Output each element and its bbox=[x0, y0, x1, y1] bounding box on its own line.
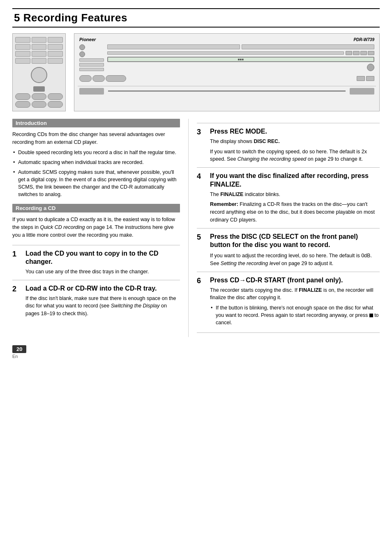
step-5: 5 Press the DISC (CD SELECT on the front… bbox=[197, 233, 380, 268]
remote-top-buttons bbox=[15, 37, 63, 64]
step-1-content: Load the CD you want to copy in to the C… bbox=[25, 249, 180, 276]
intro-bullets: Double speed recording lets you record a… bbox=[12, 149, 180, 199]
recording-cd-text: If you want to duplicate a CD exactly as… bbox=[12, 216, 180, 239]
intro-body: Recording CDs from the disc changer has … bbox=[12, 131, 180, 198]
step-1-title: Load the CD you want to copy in to the C… bbox=[25, 249, 180, 267]
intro-bullet-2: Automatic spacing when individual tracks… bbox=[12, 159, 180, 166]
step-3-content: Press REC MODE. The display shows DISC R… bbox=[210, 127, 380, 163]
step-2-number: 2 bbox=[12, 284, 21, 318]
left-column: Introduction Recording CDs from the disc… bbox=[12, 119, 189, 337]
stop-symbol bbox=[369, 314, 373, 317]
device-brand-row: Pioneer PDR-W739 bbox=[78, 37, 376, 42]
cd-recorder-image: Pioneer PDR-W739 bbox=[74, 33, 380, 111]
page-number-area: 20 En bbox=[12, 345, 380, 359]
step-4-number: 4 bbox=[197, 172, 205, 224]
step-6-body: The recorder starts copying the disc. If… bbox=[210, 286, 380, 302]
step-2-body: If the disc isn't blank, make sure that … bbox=[25, 295, 180, 318]
step-2-content: Load a CD-R or CD-RW into the CD-R tray.… bbox=[25, 284, 180, 318]
step-5-body: If you want to adjust the recording leve… bbox=[210, 252, 380, 268]
step-3-subtitle: The display shows DISC REC. bbox=[210, 138, 380, 145]
intro-bullet-1: Double speed recording lets you record a… bbox=[12, 149, 180, 156]
remote-circle-control bbox=[31, 67, 47, 83]
device-image-area: Pioneer PDR-W739 bbox=[12, 33, 380, 111]
step-1: 1 Load the CD you want to copy in to the… bbox=[12, 249, 180, 276]
right-column: 3 Press REC MODE. The display shows DISC… bbox=[189, 119, 380, 337]
step-4-content: If you want the disc finalized after rec… bbox=[210, 172, 380, 224]
remote-control-image bbox=[12, 33, 66, 111]
intro-bullet-3: Automatic SCMS copying makes sure that, … bbox=[12, 169, 180, 199]
step-3-body: If you want to switch the copying speed,… bbox=[210, 148, 380, 164]
intro-section-header: Introduction bbox=[12, 119, 180, 127]
step-4: 4 If you want the disc finalized after r… bbox=[197, 172, 380, 224]
step-1-number: 1 bbox=[12, 249, 21, 276]
step-2-title: Load a CD-R or CD-RW into the CD-R tray. bbox=[25, 284, 180, 293]
step-3-number: 3 bbox=[197, 127, 205, 163]
recording-cd-body: If you want to duplicate a CD exactly as… bbox=[12, 216, 180, 239]
divider-r1 bbox=[197, 167, 380, 168]
step-4-title: If you want the disc finalized after rec… bbox=[210, 172, 380, 189]
divider-r3 bbox=[197, 272, 380, 272]
divider-r0 bbox=[197, 123, 380, 123]
step-6-content: Press CD→CD-R START (front panel only). … bbox=[210, 276, 380, 329]
device-model: PDR-W739 bbox=[353, 37, 374, 42]
remote-bottom-buttons bbox=[15, 93, 63, 108]
divider-r4 bbox=[197, 332, 380, 333]
step-6-bullets: If the button is blinking, there's not e… bbox=[210, 304, 380, 326]
step-3-title: Press REC MODE. bbox=[210, 127, 380, 136]
step-6-title: Press CD→CD-R START (front panel only). bbox=[210, 276, 380, 285]
page-title: 5 Recording Features bbox=[12, 8, 380, 28]
device-brand: Pioneer bbox=[79, 37, 96, 42]
step-6-bullet-1: If the button is blinking, there's not e… bbox=[210, 304, 380, 326]
step-1-body: You can use any of the three disc trays … bbox=[25, 268, 180, 276]
step-6-number: 6 bbox=[197, 276, 205, 329]
divider-r2 bbox=[197, 228, 380, 229]
step-3: 3 Press REC MODE. The display shows DISC… bbox=[197, 127, 380, 163]
step-5-number: 5 bbox=[197, 233, 205, 268]
recording-cd-section-header: Recording a CD bbox=[12, 204, 180, 212]
intro-text: Recording CDs from the disc changer has … bbox=[12, 131, 180, 146]
step-2: 2 Load a CD-R or CD-RW into the CD-R tra… bbox=[12, 284, 180, 318]
step-4-subtitle: The FINALIZE indicator blinks. bbox=[210, 191, 380, 199]
step-6: 6 Press CD→CD-R START (front panel only)… bbox=[197, 276, 380, 329]
divider-1 bbox=[12, 245, 180, 245]
page-number: 20 bbox=[12, 345, 26, 353]
step-4-body: Remember: Finalizing a CD-R fixes the tr… bbox=[210, 201, 380, 224]
main-content: Introduction Recording CDs from the disc… bbox=[12, 119, 380, 337]
divider-2 bbox=[12, 280, 180, 280]
step-5-title: Press the DISC (CD SELECT on the front p… bbox=[210, 233, 380, 250]
step-5-content: Press the DISC (CD SELECT on the front p… bbox=[210, 233, 380, 268]
lang-label: En bbox=[12, 354, 380, 359]
remote-play-button bbox=[33, 86, 45, 92]
